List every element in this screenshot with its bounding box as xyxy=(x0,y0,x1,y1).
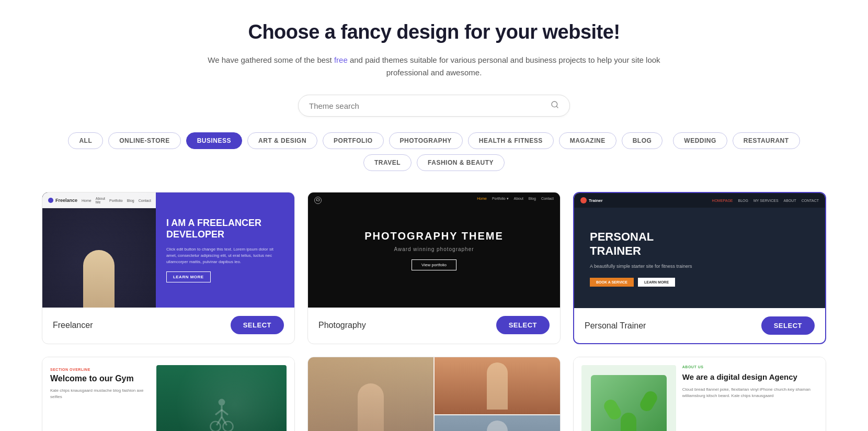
gym-overline: SECTION OVERLINE xyxy=(50,368,151,371)
cyclist-icon xyxy=(201,394,243,431)
theme-card-agency: ABOUT US We are a digital design Agency … xyxy=(573,357,826,431)
theme-name-freelancer: Freelancer xyxy=(53,321,93,330)
select-btn-photography[interactable]: SELECT xyxy=(496,316,550,334)
page-wrapper: Choose a fancy design for your website! … xyxy=(0,0,868,431)
theme-card-footer-freelancer: Freelancer SELECT xyxy=(42,308,294,343)
trainer-content: PERSONALTRAINER A beautifully simple sta… xyxy=(590,230,692,286)
theme-preview-photography: Home Portfolio ▾ About Blog Contact PHOT… xyxy=(308,192,560,308)
trainer-nav-blog: BLOG xyxy=(738,199,748,202)
theme-card-gym: SECTION OVERLINE Welcome to our Gym Kale… xyxy=(42,357,295,431)
trainer-desc: A beautifully simple starter site for fi… xyxy=(590,263,692,270)
theme-card-freelancer: Freelance Home About Me Portfolio Blog C… xyxy=(42,192,295,344)
freelancer-logo: Freelance xyxy=(48,197,77,203)
fashion-figure-1 xyxy=(358,383,384,431)
trainer-buttons: BOOK A SERVICE LEARN MORE xyxy=(590,278,692,287)
agency-text: ABOUT US We are a digital design Agency … xyxy=(682,365,818,431)
svg-line-6 xyxy=(222,410,228,415)
filter-blog[interactable]: BLOG xyxy=(622,132,663,149)
gym-text: SECTION OVERLINE Welcome to our Gym Kale… xyxy=(50,365,151,431)
agency-image xyxy=(581,365,676,431)
filter-portfolio[interactable]: PORTFOLIO xyxy=(323,132,384,149)
filter-health-fitness[interactable]: HEALTH & FITNESS xyxy=(468,132,554,149)
fashion-col-1 xyxy=(308,357,433,431)
search-box xyxy=(298,95,570,117)
trainer-logo-dot xyxy=(580,197,587,203)
trainer-nav-about: ABOUT xyxy=(784,199,796,202)
filter-tags: ALL ONLINE-STORE BUSINESS ART & DESIGN P… xyxy=(42,132,826,171)
plant-image xyxy=(591,375,667,431)
theme-preview-freelancer: Freelance Home About Me Portfolio Blog C… xyxy=(42,192,294,308)
trainer-heading: PERSONALTRAINER xyxy=(590,230,692,258)
svg-point-3 xyxy=(218,399,225,406)
search-input[interactable] xyxy=(309,101,551,110)
photo-logo xyxy=(314,197,322,204)
filter-magazine[interactable]: MAGAZINE xyxy=(559,132,616,149)
filter-restaurant[interactable]: RESTAURANT xyxy=(733,132,800,149)
svg-line-1 xyxy=(556,106,558,108)
filter-online-store[interactable]: ONLINE-STORE xyxy=(108,132,180,149)
freelancer-heading: I AM A FREELANCER DEVELOPER xyxy=(166,218,284,240)
agency-title: We are a digital design Agency xyxy=(682,372,818,382)
themes-grid: Freelance Home About Me Portfolio Blog C… xyxy=(42,192,826,431)
search-container xyxy=(42,95,826,117)
select-btn-trainer[interactable]: SELECT xyxy=(761,316,815,335)
fashion-figure-2 xyxy=(487,362,508,410)
freelancer-preview-right: I AM A FREELANCER DEVELOPER Click edit b… xyxy=(156,192,294,308)
agency-overline: ABOUT US xyxy=(682,365,818,369)
trainer-learn-btn[interactable]: LEARN MORE xyxy=(638,278,675,287)
photo-subtitle: Award winning photographer xyxy=(394,246,474,252)
fashion-top-img xyxy=(435,357,560,414)
trainer-nav-services: MY SERVICES xyxy=(753,199,779,202)
photo-title: PHOTOGRAPHY THEME xyxy=(364,230,504,242)
gym-desc: Kale chips knausgaard mustache blog fash… xyxy=(50,388,151,400)
theme-name-photography: Photography xyxy=(318,321,366,330)
freelancer-desc: Click edit button to change this text. L… xyxy=(166,246,284,265)
theme-name-trainer: Personal Trainer xyxy=(585,321,646,331)
select-btn-freelancer[interactable]: SELECT xyxy=(231,316,284,334)
fashion-bottom-img xyxy=(435,415,560,431)
fashion-col-2 xyxy=(435,357,560,431)
theme-preview-trainer: Trainer HOMEPAGE BLOG MY SERVICES ABOUT … xyxy=(574,193,825,308)
freelancer-nav: Freelance Home About Me Portfolio Blog C… xyxy=(42,192,156,208)
svg-point-9 xyxy=(210,422,220,431)
trainer-nav-contact: CONTACT xyxy=(802,199,819,202)
photography-nav: Home Portfolio ▾ About Blog Contact xyxy=(308,192,560,208)
freelancer-learn-more-btn[interactable]: LEARN MORE xyxy=(166,271,211,282)
theme-card-footer-trainer: Personal Trainer SELECT xyxy=(574,308,825,343)
filter-wedding[interactable]: WEDDING xyxy=(673,132,727,149)
trainer-nav: Trainer HOMEPAGE BLOG MY SERVICES ABOUT … xyxy=(574,193,825,208)
gym-image-inner xyxy=(156,365,287,431)
theme-preview-gym: SECTION OVERLINE Welcome to our Gym Kale… xyxy=(42,357,294,431)
svg-line-5 xyxy=(215,410,222,415)
filter-fashion-beauty[interactable]: FASHION & BEAUTY xyxy=(417,154,505,171)
filter-travel[interactable]: TRAVEL xyxy=(363,154,412,171)
theme-card-photography: Home Portfolio ▾ About Blog Contact PHOT… xyxy=(307,192,561,344)
photo-logo-icon xyxy=(314,197,322,204)
trainer-logo: Trainer xyxy=(580,197,603,203)
freelancer-preview-left: Freelance Home About Me Portfolio Blog C… xyxy=(42,192,156,308)
trainer-nav-homepage: HOMEPAGE xyxy=(712,199,733,202)
page-title: Choose a fancy design for your website! xyxy=(42,21,826,43)
page-subtitle: We have gathered some of the best free a… xyxy=(199,54,669,79)
gym-title: Welcome to our Gym xyxy=(50,373,151,383)
trainer-book-btn[interactable]: BOOK A SERVICE xyxy=(590,278,634,287)
filter-photography[interactable]: PHOTOGRAPHY xyxy=(389,132,463,149)
theme-card-footer-photography: Photography SELECT xyxy=(308,308,560,343)
filter-business[interactable]: BUSINESS xyxy=(186,132,242,149)
filter-art-design[interactable]: ART & DESIGN xyxy=(247,132,317,149)
photo-view-portfolio-btn[interactable]: View portfolio xyxy=(412,259,456,270)
photo-overlay-content: PHOTOGRAPHY THEME Award winning photogra… xyxy=(364,230,504,270)
fashion-figure-3 xyxy=(487,421,508,432)
theme-card-fashion: Fashion SELECT xyxy=(307,357,561,431)
person-silhouette xyxy=(83,250,115,308)
filter-all[interactable]: ALL xyxy=(68,132,103,149)
agency-desc: Cloud bread flannel poke, flexitarian vi… xyxy=(682,387,818,399)
gym-image xyxy=(156,365,287,431)
svg-point-2 xyxy=(48,198,53,203)
svg-point-10 xyxy=(223,422,233,431)
search-icon xyxy=(551,100,559,111)
theme-card-trainer: Trainer HOMEPAGE BLOG MY SERVICES ABOUT … xyxy=(573,192,826,344)
theme-preview-agency: ABOUT US We are a digital design Agency … xyxy=(574,357,826,431)
theme-preview-fashion xyxy=(308,357,560,431)
free-highlight: free xyxy=(334,55,348,64)
